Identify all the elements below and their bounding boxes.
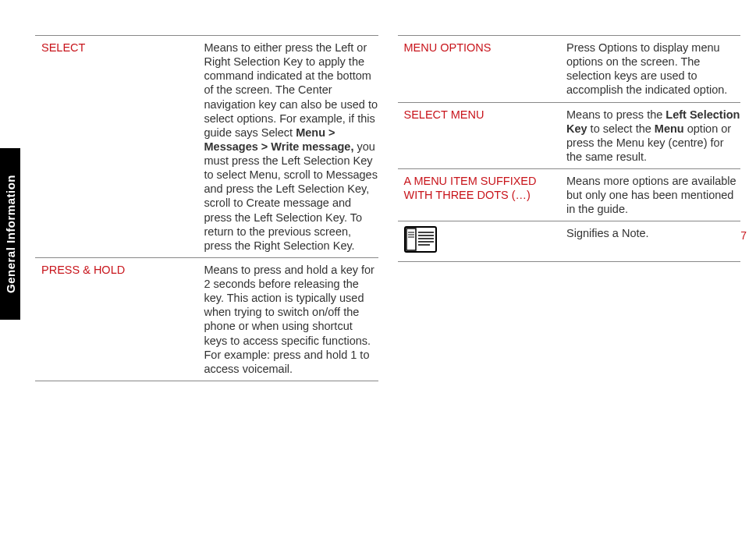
desc-text: Means to press the bbox=[566, 108, 665, 121]
term-note-icon bbox=[404, 226, 559, 256]
desc-text: Means to either press the Left or Right … bbox=[204, 41, 377, 139]
desc-note: Signifies a Note. bbox=[566, 226, 740, 256]
left-column: SELECT Means to either press the Left or… bbox=[35, 35, 378, 381]
content-area: SELECT Means to either press the Left or… bbox=[35, 35, 740, 381]
term-three-dots: A MENU ITEM SUFFIXED WITH THREE DOTS (…) bbox=[404, 174, 559, 216]
term-row: SELECT MENU Means to press the Left Sele… bbox=[398, 103, 741, 170]
desc-bold: Menu bbox=[655, 122, 684, 135]
term-menu-options: MENU OPTIONS bbox=[404, 41, 559, 97]
term-row: A MENU ITEM SUFFIXED WITH THREE DOTS (…)… bbox=[398, 169, 741, 221]
term-press-hold: PRESS & HOLD bbox=[41, 263, 196, 376]
desc-press-hold: Means to press and hold a key for 2 seco… bbox=[204, 263, 378, 376]
svg-rect-1 bbox=[406, 228, 416, 250]
term-row: MENU OPTIONS Press Options to display me… bbox=[398, 35, 741, 103]
right-column: MENU OPTIONS Press Options to display me… bbox=[398, 35, 741, 381]
term-select: SELECT bbox=[41, 41, 196, 253]
note-icon bbox=[404, 226, 437, 253]
side-tab: General Information bbox=[0, 148, 20, 320]
page-number: 7 bbox=[740, 229, 747, 242]
term-row: SELECT Means to either press the Left or… bbox=[35, 35, 378, 258]
term-row: Signifies a Note. bbox=[398, 221, 741, 261]
desc-three-dots: Means more options are available but onl… bbox=[566, 174, 740, 216]
side-tab-label: General Information bbox=[4, 175, 17, 293]
desc-text: to select the bbox=[587, 122, 655, 135]
desc-menu-options: Press Options to display menu options on… bbox=[566, 41, 740, 97]
desc-text: you must press the Left Selection Key to… bbox=[204, 140, 377, 252]
desc-select-menu: Means to press the Left Selection Key to… bbox=[566, 108, 740, 165]
svg-rect-0 bbox=[405, 227, 436, 252]
term-row: PRESS & HOLD Means to press and hold a k… bbox=[35, 258, 378, 381]
desc-select: Means to either press the Left or Right … bbox=[204, 41, 378, 253]
term-select-menu: SELECT MENU bbox=[404, 108, 559, 165]
